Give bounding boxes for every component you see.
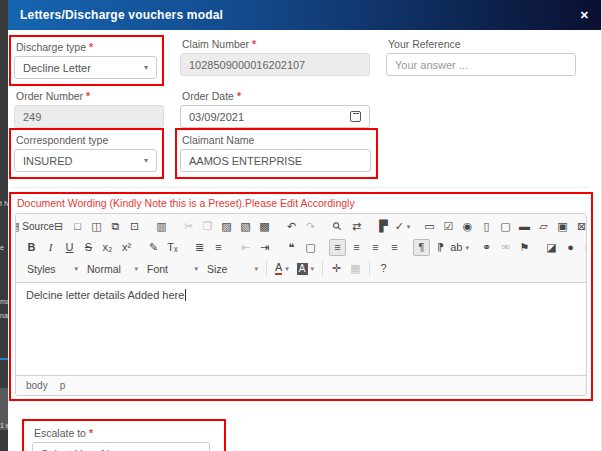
subscript-icon[interactable]: x₂ bbox=[99, 239, 116, 256]
align-left-icon[interactable]: ≡ bbox=[329, 239, 346, 256]
editor-element-path: bodyp bbox=[16, 375, 586, 395]
element-path-body[interactable]: body bbox=[26, 380, 48, 391]
order-number-input[interactable] bbox=[14, 105, 164, 128]
find-icon[interactable]: ⚲ bbox=[329, 218, 346, 235]
toolbar-separator bbox=[266, 261, 267, 276]
undo-icon[interactable]: ↶ bbox=[283, 218, 300, 235]
language-icon[interactable]: ab▾ bbox=[451, 239, 468, 256]
align-justify-icon[interactable]: ≡ bbox=[386, 239, 403, 256]
bulleted-list-icon[interactable]: ≡ bbox=[210, 239, 227, 256]
hidden-field-icon[interactable]: ⊠ bbox=[573, 218, 587, 235]
bold-icon[interactable]: B bbox=[23, 239, 40, 256]
preview-icon[interactable]: ◫ bbox=[88, 218, 105, 235]
escalate-to-select[interactable]: Select User Name ▾ bbox=[32, 442, 210, 451]
background-text-fragment: t N bbox=[0, 200, 8, 207]
required-asterisk: * bbox=[89, 41, 93, 53]
bidi-ltr-icon[interactable]: ¶ bbox=[413, 239, 430, 256]
close-icon[interactable]: ✕ bbox=[580, 9, 589, 22]
your-reference-field: Your Reference bbox=[386, 35, 576, 76]
correspondent-type-select[interactable]: INSURED ▾ bbox=[14, 149, 157, 172]
chevron-down-icon: ▾ bbox=[144, 156, 148, 165]
align-center-icon[interactable]: ≡ bbox=[348, 239, 365, 256]
align-right-icon[interactable]: ≡ bbox=[367, 239, 384, 256]
radio-icon[interactable]: ◉ bbox=[459, 218, 476, 235]
blockquote-icon[interactable]: ❝ bbox=[283, 239, 300, 256]
form-icon[interactable]: ▭ bbox=[421, 218, 438, 235]
annotation-box-claimant-name: Claimant Name bbox=[175, 128, 378, 179]
toolbar-row: ▤Source⊟□◫⧉⊡▥✂❐▨▧▩↶↷⚲⇄▛✓▾▭☑◉▯▢▬▱▣⊠ bbox=[22, 216, 580, 237]
claimant-name-input[interactable] bbox=[180, 149, 371, 172]
chevron-down-icon: ▾ bbox=[407, 223, 411, 231]
correspondent-type-label: Correspondent type bbox=[16, 134, 157, 146]
annotation-box-discharge-type: Discharge type* Decline Letter ▾ bbox=[9, 35, 164, 86]
styles-combo-dropdown[interactable]: Styles▾ bbox=[23, 260, 81, 277]
redo-icon[interactable]: ↷ bbox=[302, 218, 319, 235]
image-button-icon[interactable]: ▣ bbox=[554, 218, 571, 235]
annotation-box-document-wording: Document Wording (Kindly Note this is a … bbox=[9, 192, 593, 401]
spell-check-icon[interactable]: ✓▾ bbox=[394, 218, 411, 235]
strikethrough-icon[interactable]: S bbox=[80, 239, 97, 256]
discharge-type-select[interactable]: Decline Letter ▾ bbox=[14, 56, 157, 79]
order-date-field: Order Date* 03/09/2021 bbox=[180, 87, 370, 128]
discharge-type-label-text: Discharge type bbox=[16, 41, 86, 53]
source-icon[interactable]: ▤Source bbox=[23, 218, 40, 235]
image-icon[interactable]: ◪ bbox=[543, 239, 560, 256]
button-icon[interactable]: ▱ bbox=[535, 218, 552, 235]
element-path-p[interactable]: p bbox=[60, 380, 66, 391]
your-reference-input[interactable] bbox=[386, 53, 576, 76]
claim-number-field: Claim Number* bbox=[180, 35, 370, 76]
show-blocks-icon[interactable]: ▦ bbox=[347, 260, 364, 277]
select-field-icon[interactable]: ▬ bbox=[516, 218, 533, 235]
table-icon[interactable]: ⊞ bbox=[581, 239, 587, 256]
checkbox-icon[interactable]: ☑ bbox=[440, 218, 457, 235]
remove-format-icon[interactable]: Tₓ bbox=[164, 239, 181, 256]
paste-text-icon[interactable]: ▧ bbox=[237, 218, 254, 235]
increase-indent-icon[interactable]: ⇥ bbox=[256, 239, 273, 256]
rich-text-editor: ▤Source⊟□◫⧉⊡▥✂❐▨▧▩↶↷⚲⇄▛✓▾▭☑◉▯▢▬▱▣⊠BIUSx₂… bbox=[15, 213, 587, 396]
superscript-icon[interactable]: x² bbox=[118, 239, 135, 256]
bidi-rtl-icon[interactable]: ⁋ bbox=[432, 239, 449, 256]
print-preview-icon[interactable]: ⧉ bbox=[107, 218, 124, 235]
new-page-icon[interactable]: □ bbox=[69, 218, 86, 235]
copy-icon[interactable]: ❐ bbox=[199, 218, 216, 235]
numbered-list-icon[interactable]: ≣ bbox=[191, 239, 208, 256]
paste-icon[interactable]: ▨ bbox=[218, 218, 235, 235]
link-icon[interactable]: ⚭ bbox=[478, 239, 495, 256]
copy-formatting-icon[interactable]: ✎ bbox=[145, 239, 162, 256]
modal-header: Letters/Discharge vouchers modal ✕ bbox=[8, 0, 601, 30]
replace-icon[interactable]: ⇄ bbox=[348, 218, 365, 235]
about-icon[interactable]: ? bbox=[375, 260, 392, 277]
background-color-icon[interactable]: A▾ bbox=[294, 260, 317, 277]
order-date-input[interactable]: 03/09/2021 bbox=[180, 105, 370, 128]
claimant-name-field: Claimant Name bbox=[180, 134, 371, 172]
paste-from-word-icon[interactable]: ▩ bbox=[256, 218, 273, 235]
select-all-icon[interactable]: ▛ bbox=[375, 218, 392, 235]
editor-content-area[interactable]: Delcine letter details Added here bbox=[16, 283, 586, 375]
required-asterisk: * bbox=[86, 90, 90, 102]
italic-icon[interactable]: I bbox=[42, 239, 59, 256]
textarea-icon[interactable]: ▢ bbox=[497, 218, 514, 235]
cut-icon[interactable]: ✂ bbox=[180, 218, 197, 235]
chevron-down-icon: ▾ bbox=[134, 265, 138, 273]
save-icon[interactable]: ⊟ bbox=[50, 218, 67, 235]
unlink-icon[interactable]: ⚮ bbox=[497, 239, 514, 256]
underline-icon[interactable]: U bbox=[61, 239, 78, 256]
templates-icon[interactable]: ▥ bbox=[153, 218, 170, 235]
format-combo-dropdown[interactable]: Normal▾ bbox=[83, 260, 141, 277]
div-container-icon[interactable]: ▢ bbox=[302, 239, 319, 256]
font-combo-dropdown[interactable]: Font▾ bbox=[143, 260, 201, 277]
text-color-icon[interactable]: A▾ bbox=[272, 260, 292, 277]
text-field-icon[interactable]: ▯ bbox=[478, 218, 495, 235]
calendar-icon[interactable] bbox=[350, 111, 361, 122]
escalate-to-label-text: Escalate to bbox=[34, 427, 86, 439]
decrease-indent-icon[interactable]: ⇤ bbox=[237, 239, 254, 256]
order-number-label-text: Order Number bbox=[16, 90, 83, 102]
flash-icon[interactable]: ● bbox=[562, 239, 579, 256]
background-text-fragment: ma bbox=[0, 298, 8, 305]
size-combo-dropdown[interactable]: Size▾ bbox=[203, 260, 261, 277]
maximize-icon[interactable]: ✛ bbox=[328, 260, 345, 277]
anchor-icon[interactable]: ⚑ bbox=[516, 239, 533, 256]
required-asterisk: * bbox=[252, 38, 256, 50]
print-icon[interactable]: ⊡ bbox=[126, 218, 143, 235]
claim-number-input[interactable] bbox=[180, 53, 370, 76]
